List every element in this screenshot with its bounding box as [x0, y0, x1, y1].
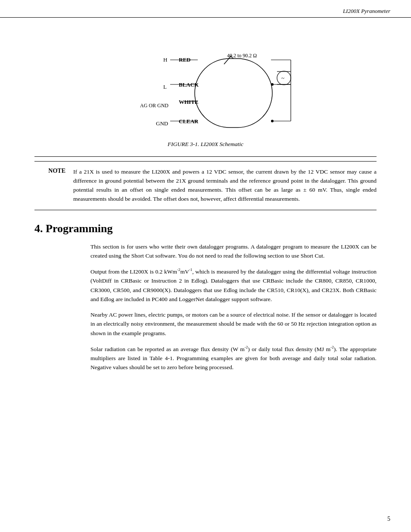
svg-text:L: L	[163, 84, 167, 90]
paragraph-4: Solar radiation can be reported as an av…	[90, 344, 377, 372]
schematic-svg: H L AG OR GND GND RED BLACK WHITE CLEAR …	[115, 35, 296, 134]
schematic-diagram: H L AG OR GND GND RED BLACK WHITE CLEAR …	[34, 35, 377, 152]
section-number: 4.	[34, 222, 43, 235]
figure-caption: FIGURE 3-1. LI200X Schematic	[168, 141, 243, 148]
note-box: NOTE If a 21X is used to measure the LI2…	[34, 161, 377, 210]
svg-text:GND: GND	[156, 120, 168, 127]
body-content: This section is for users who write thei…	[90, 242, 377, 372]
page-number: 5	[387, 516, 390, 523]
header-title: LI200X Pyranometer	[343, 8, 390, 15]
paragraph-1: This section is for users who write thei…	[90, 242, 377, 261]
svg-text:AG OR GND: AG OR GND	[140, 103, 168, 109]
svg-point-22	[271, 120, 274, 122]
svg-rect-11	[195, 59, 272, 128]
paragraph-3: Nearby AC power lines, electric pumps, o…	[90, 310, 377, 338]
svg-text:H: H	[163, 56, 167, 63]
svg-text:~: ~	[281, 75, 284, 81]
svg-point-20	[271, 83, 274, 86]
section-title: Programming	[46, 222, 113, 235]
section-heading: 4. Programming	[34, 222, 377, 235]
paragraph-2: Output from the LI200X is 0.2 kWm-2mV-1,…	[90, 267, 377, 304]
note-label: NOTE	[34, 168, 65, 204]
note-text: If a 21X is used to measure the LI200X a…	[73, 168, 377, 204]
divider-line	[34, 156, 377, 157]
svg-text:40.2 to 90.2 Ω: 40.2 to 90.2 Ω	[227, 53, 257, 59]
